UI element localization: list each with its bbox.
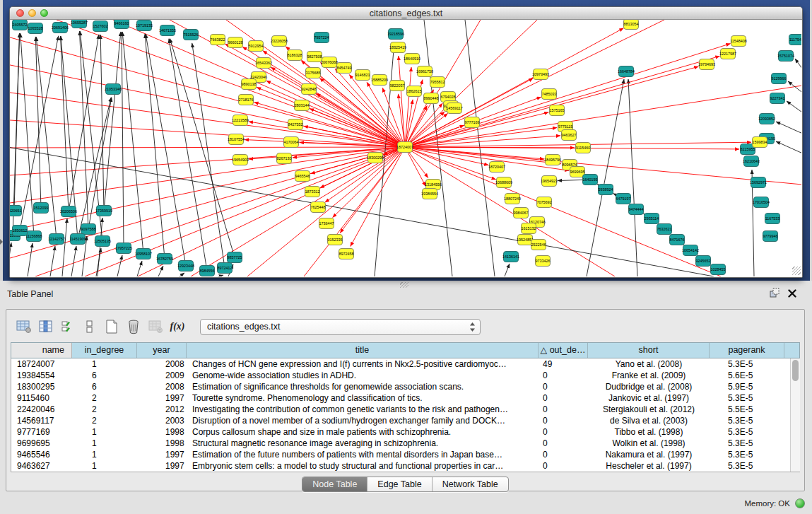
graph-node[interactable]: 9779946 xyxy=(763,231,778,242)
graph-node[interactable]: 7632621 xyxy=(657,224,672,235)
table-scrollbar[interactable] xyxy=(790,358,800,472)
table-selector-dropdown[interactable]: citations_edges.txt xyxy=(200,319,481,335)
graph-node[interactable]: 18724007 xyxy=(396,142,413,153)
graph-node[interactable]: 7955812 xyxy=(430,77,445,88)
canvas-resize-grip[interactable] xyxy=(792,267,801,275)
graph-node[interactable]: 8186328 xyxy=(288,50,302,61)
network-canvas[interactable]: 2405572106552820691406106552871527602946… xyxy=(10,20,802,276)
graph-node[interactable]: 1028455 xyxy=(711,264,726,275)
minimize-window-button[interactable] xyxy=(28,9,36,17)
graph-node[interactable]: 9857725 xyxy=(228,252,242,263)
table-row[interactable]: 1938455462009Genome-wide association stu… xyxy=(11,370,799,381)
graph-node[interactable]: 19734693 xyxy=(698,59,715,70)
table-row[interactable]: 2242004622012Investigating the contribut… xyxy=(11,404,799,415)
graph-node[interactable]: 9097588 xyxy=(81,224,96,235)
graph-node[interactable]: 18495796 xyxy=(544,155,561,165)
graph-node[interactable]: 17359919 xyxy=(95,206,112,216)
graph-node[interactable]: 7485033 xyxy=(542,89,557,100)
graph-node[interactable]: 1873312 xyxy=(305,187,320,197)
graph-node[interactable]: 16543362 xyxy=(255,58,272,69)
graph-node[interactable]: 21053346 xyxy=(105,84,122,95)
graph-node[interactable]: 15885209 xyxy=(371,75,388,86)
close-panel-icon[interactable] xyxy=(788,288,796,300)
function-builder-button[interactable]: f(x) xyxy=(168,317,187,336)
graph-node[interactable]: 5912954 xyxy=(249,41,264,52)
graph-node[interactable]: 9465546 xyxy=(295,171,310,182)
graph-node[interactable]: 12142757 xyxy=(48,234,65,245)
graph-node[interactable]: 2522546 xyxy=(531,240,546,250)
panel-resize-grip[interactable] xyxy=(400,282,408,288)
graph-node[interactable]: 1512099 xyxy=(34,203,49,214)
graph-node[interactable]: 5938924 xyxy=(599,185,613,195)
graph-node[interactable]: 1527602 xyxy=(93,21,108,32)
graph-node[interactable]: 14569117 xyxy=(446,103,463,114)
graph-node[interactable]: 8972458 xyxy=(339,249,354,259)
graph-node[interactable]: 12217987 xyxy=(719,49,736,59)
column-header-year[interactable]: year xyxy=(137,343,187,358)
graph-node[interactable]: 9777169 xyxy=(465,117,480,128)
graph-node[interactable]: 8454749 xyxy=(337,63,352,74)
graph-node[interactable]: 3175685 xyxy=(306,68,321,78)
graph-node[interactable]: 18807249 xyxy=(504,194,521,204)
graph-node[interactable]: 7515526 xyxy=(184,30,199,40)
graph-node[interactable]: 6479197 xyxy=(616,194,631,204)
graph-node[interactable]: 9242848 xyxy=(302,84,317,95)
show-columns-button[interactable] xyxy=(37,317,55,336)
graph-node[interactable]: 10719135 xyxy=(136,21,153,31)
graph-node[interactable]: 11156868 xyxy=(25,231,42,242)
graph-node[interactable]: 1065528 xyxy=(28,23,43,34)
tab-node-table[interactable]: Node Table xyxy=(302,477,367,491)
table-row[interactable]: 969969511998Structural magnetic resonanc… xyxy=(11,438,799,449)
graph-node[interactable]: 19384554 xyxy=(421,189,438,199)
graph-node[interactable]: 1850612 xyxy=(13,226,28,236)
select-all-button[interactable] xyxy=(59,317,77,336)
column-header-in_degree[interactable]: in_degree xyxy=(72,343,137,358)
graph-node[interactable]: 2520651 xyxy=(10,206,22,216)
graph-node[interactable]: 15692971 xyxy=(750,177,767,188)
graph-node[interactable]: 9822037 xyxy=(390,81,405,91)
graph-node[interactable]: 17016504 xyxy=(753,197,770,208)
graph-node[interactable]: 19218596 xyxy=(387,29,404,40)
graph-node[interactable]: 9827508 xyxy=(307,52,322,62)
graph-node[interactable]: 16782759 xyxy=(156,254,173,264)
graph-node[interactable]: 9890138 xyxy=(242,79,257,90)
table-scrollbar-thumb[interactable] xyxy=(792,360,799,381)
graph-node[interactable]: 9733426 xyxy=(536,256,551,267)
graph-node[interactable]: 1599834 xyxy=(753,137,767,148)
clear-selection-button[interactable] xyxy=(81,317,99,336)
graph-node[interactable]: 2718176 xyxy=(239,95,254,105)
graph-node[interactable]: 10655287 xyxy=(71,20,88,28)
graph-node[interactable]: 9152335 xyxy=(328,235,343,245)
graph-node[interactable]: 2935114 xyxy=(645,214,659,224)
graph-node[interactable]: 20676068 xyxy=(321,57,338,68)
graph-node[interactable]: 19654923 xyxy=(541,176,558,187)
graph-node[interactable]: 16961758 xyxy=(416,66,433,77)
graph-node[interactable]: 8267130 xyxy=(277,153,292,164)
table-row[interactable]: 1456911722003Disruption of a novel membe… xyxy=(11,415,799,426)
graph-node[interactable]: 4170064 xyxy=(284,137,299,148)
graph-node[interactable]: 18300295 xyxy=(367,153,384,163)
graph-node[interactable]: 15751074 xyxy=(777,51,794,62)
graph-node[interactable]: 1736447 xyxy=(319,218,334,229)
graph-node[interactable]: 12093852 xyxy=(758,114,775,124)
graph-node[interactable]: 17957225 xyxy=(115,243,132,254)
graph-node[interactable]: 8427552 xyxy=(288,119,303,130)
graph-node[interactable]: 18720407 xyxy=(488,162,505,173)
graph-node[interactable]: 7075692 xyxy=(537,197,552,208)
table-row[interactable]: 1830029562008Estimation of significance … xyxy=(11,381,799,392)
graph-node[interactable]: 16648784 xyxy=(618,66,635,77)
column-header-pagerank[interactable]: pagerank xyxy=(710,343,784,358)
graph-node[interactable]: 1167533 xyxy=(765,214,780,224)
graph-node[interactable]: 23226058 xyxy=(271,36,288,47)
graph-node[interactable]: 10958107 xyxy=(135,249,152,259)
close-window-button[interactable] xyxy=(16,9,24,17)
graph-node[interactable]: 20691406 xyxy=(52,23,69,33)
graph-node[interactable]: 12505135 xyxy=(94,236,111,247)
graph-node[interactable]: 9129966 xyxy=(772,74,787,84)
table-row[interactable]: 1872400712008Changes of HCN gene express… xyxy=(11,358,799,370)
graph-node[interactable]: 1615132 xyxy=(522,223,536,234)
graph-node[interactable]: 9115460 xyxy=(576,143,591,153)
graph-node[interactable]: 1117543 xyxy=(789,35,802,45)
graph-node[interactable]: 9146821 xyxy=(355,70,370,81)
float-panel-icon[interactable] xyxy=(770,288,779,300)
